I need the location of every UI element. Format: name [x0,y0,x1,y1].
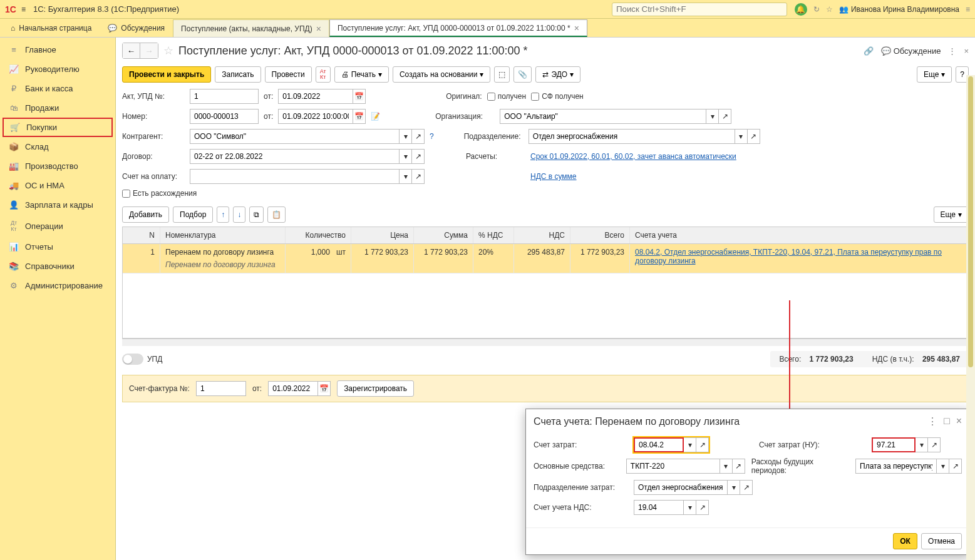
chevron-down-icon[interactable]: ▾ [400,149,412,164]
table-h-scrollbar[interactable] [122,339,969,346]
act-num-input[interactable] [190,89,259,104]
upd-toggle[interactable] [122,354,143,365]
open-icon[interactable]: ↗ [740,480,753,495]
cost-dept-input[interactable] [634,480,728,495]
help-link[interactable]: ? [430,132,434,141]
close-doc-icon[interactable]: × [964,46,969,56]
tab-doc-current[interactable]: Поступление услуг: Акт, УПД 0000-000013 … [329,19,587,37]
register-button[interactable]: Зарегистрировать [337,380,414,397]
favorites-icon[interactable]: ☆ [826,5,833,14]
vat-acc-input[interactable] [634,500,684,515]
chevron-down-icon[interactable]: ▾ [400,129,412,144]
attach-button[interactable]: 📎 [513,66,532,83]
chevron-down-icon[interactable]: ▾ [684,437,696,452]
open-icon[interactable]: ↗ [412,129,425,144]
sidebar-item-reports[interactable]: 📊Отчеты [0,237,115,257]
burger-icon[interactable]: ≡ [21,5,26,14]
tab-doc-list[interactable]: Поступление (акты, накладные, УПД)× [173,19,329,37]
th-vatsum[interactable]: НДС [514,227,570,243]
chevron-down-icon[interactable]: ▾ [706,109,719,124]
future-exp-input[interactable] [855,459,937,474]
contract-input[interactable] [190,149,400,164]
maximize-icon[interactable]: □ [944,415,950,427]
num-date-input[interactable] [278,109,353,124]
contractor-input[interactable] [190,129,400,144]
content-v-scrollbar[interactable] [966,75,975,560]
add-row-button[interactable]: Добавить [122,206,169,223]
notifications-icon[interactable]: 🔔 [795,3,807,16]
post-close-button[interactable]: Провести и закрыть [122,66,211,83]
print-button[interactable]: 🖨Печать ▾ [334,66,389,83]
chevron-down-icon[interactable]: ▾ [684,500,696,515]
sidebar-item-manager[interactable]: 📈Руководителю [0,59,115,79]
move-down-button[interactable]: ↓ [233,206,245,223]
open-icon[interactable]: ↗ [696,437,709,452]
sidebar-item-purchases[interactable]: 🛒Покупки [3,118,113,137]
calendar-icon[interactable]: 📅 [353,89,366,104]
table-row[interactable]: 1 Перенаем по договору лизинга Перенаем … [123,244,968,273]
global-search-input[interactable] [612,3,787,16]
chevron-down-icon[interactable]: ▾ [937,459,949,474]
dept-input[interactable] [529,129,735,144]
more-vert-icon[interactable]: ⋮ [927,415,937,427]
save-button[interactable]: Записать [215,66,261,83]
link-icon[interactable]: 🔗 [864,46,874,56]
received-checkbox[interactable] [487,93,495,101]
th-nom[interactable]: Номенклатура [160,227,286,243]
close-icon[interactable]: × [316,24,321,34]
chevron-down-icon[interactable]: ▾ [735,129,748,144]
move-up-button[interactable]: ↑ [217,206,229,223]
related-docs-button[interactable]: ⬚ [494,66,510,83]
table-more-button[interactable]: Еще ▾ [934,206,969,223]
sidebar-item-assets[interactable]: 🚚ОС и НМА [0,176,115,195]
chevron-down-icon[interactable]: ▾ [916,437,928,452]
post-button[interactable]: Провести [265,66,312,83]
dtkt-button[interactable]: АтКт [316,66,331,83]
settings-icon[interactable]: ≡ [966,5,970,14]
th-acc[interactable]: Счета учета [630,227,968,243]
number-input[interactable] [190,109,259,124]
copy-button[interactable]: ⧉ [249,206,264,223]
th-price[interactable]: Цена [351,227,414,243]
open-icon[interactable]: ↗ [949,459,962,474]
cost-acc-input[interactable] [634,437,684,452]
sidebar-item-warehouse[interactable]: 📦Склад [0,137,115,156]
history-icon[interactable]: ↻ [813,5,820,14]
doc-status-icon[interactable]: 📝 [371,112,380,121]
sidebar-item-sales[interactable]: 🛍Продажи [0,98,115,118]
th-qty[interactable]: Количество [286,227,351,243]
sidebar-item-salary[interactable]: 👤Зарплата и кадры [0,195,115,215]
sidebar-item-operations[interactable]: ДтКтОперации [0,215,115,237]
chevron-down-icon[interactable]: ▾ [400,169,412,184]
vat-link[interactable]: НДС в сумме [530,172,577,181]
close-icon[interactable]: × [956,415,962,427]
forward-button[interactable]: → [140,43,158,58]
discrepancy-checkbox[interactable] [122,190,130,198]
close-icon[interactable]: × [574,23,579,33]
calendar-icon[interactable]: 📅 [318,381,331,396]
sf-num-input[interactable] [196,381,246,396]
calc-link[interactable]: Срок 01.09.2022, 60.01, 60.02, зачет ава… [530,152,736,161]
sf-received-checkbox[interactable] [531,93,539,101]
acc-link[interactable]: 08.04.2, Отдел энергоснабжения, ТКПТ-220… [635,248,942,265]
open-icon[interactable]: ↗ [412,169,425,184]
create-based-button[interactable]: Создать на основании ▾ [393,66,491,83]
more-vert-icon[interactable]: ⋮ [948,46,956,56]
sidebar-item-catalogs[interactable]: 📚Справочники [0,257,115,276]
cell-acc[interactable]: 08.04.2, Отдел энергоснабжения, ТКПТ-220… [630,244,968,273]
ok-button[interactable]: ОК [893,533,917,549]
open-icon[interactable]: ↗ [719,109,731,124]
cancel-button[interactable]: Отмена [921,533,962,549]
sf-date-input[interactable] [268,381,318,396]
select-button[interactable]: Подбор [173,206,213,223]
payment-acc-input[interactable] [190,169,400,184]
open-icon[interactable]: ↗ [928,437,941,452]
open-icon[interactable]: ↗ [412,149,425,164]
paste-button[interactable]: 📋 [267,206,286,223]
cost-acc-tax-input[interactable] [872,437,916,452]
edo-button[interactable]: ⇄ ЭДО ▾ [535,66,580,83]
sidebar-item-production[interactable]: 🏭Производство [0,156,115,176]
user-menu[interactable]: 👥 Иванова Ирина Владимировна [839,5,959,14]
more-button[interactable]: Еще ▾ [917,66,952,83]
th-sum[interactable]: Сумма [414,227,473,243]
